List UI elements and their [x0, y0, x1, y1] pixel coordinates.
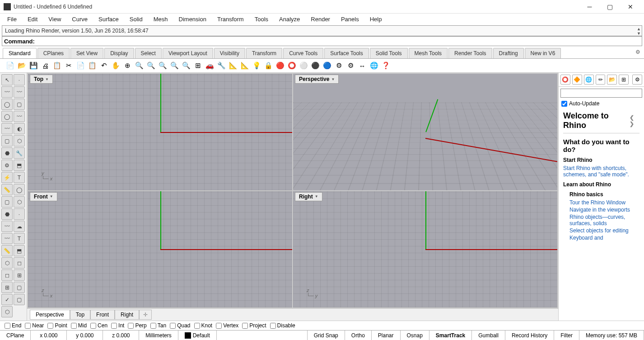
menu-analyze[interactable]: Analyze [275, 14, 304, 24]
toolbar-button-1[interactable]: 📂 [16, 60, 27, 71]
menu-panels[interactable]: Panels [336, 14, 364, 24]
osnap-cen[interactable]: Cen [90, 322, 107, 329]
toolbar-button-4[interactable]: 📋 [51, 60, 62, 71]
menu-transform[interactable]: Transform [213, 14, 248, 24]
tab-select[interactable]: Select [135, 48, 162, 58]
menu-render[interactable]: Render [306, 14, 335, 24]
tab-set-view[interactable]: Set View [70, 48, 103, 58]
left-tool-14[interactable]: ⚙ [1, 160, 13, 171]
left-tool-34[interactable]: ⊞ [1, 282, 13, 293]
auto-update-checkbox[interactable]: Auto-Update [559, 99, 644, 108]
toolbar-button-26[interactable]: ⚫ [310, 60, 321, 71]
left-tool-21[interactable]: ⬡ [14, 196, 25, 208]
left-tool-6[interactable]: ◯ [1, 111, 13, 122]
tab-curve-tools[interactable]: Curve Tools [283, 48, 323, 58]
toolbar-button-28[interactable]: ⚙ [333, 60, 344, 71]
status-grid-snap[interactable]: Grid Snap [308, 331, 345, 340]
viewport-tab-perspective[interactable]: Perspective [30, 310, 70, 320]
viewport-label[interactable]: Front▼ [30, 192, 57, 201]
viewport-top[interactable]: y└─ x Top▼ [28, 74, 292, 190]
left-tool-16[interactable]: ⚡ [1, 172, 13, 183]
left-tool-35[interactable]: ▢ [14, 282, 25, 293]
toolbar-button-13[interactable]: 🔍 [157, 60, 168, 71]
menu-surface[interactable]: Surface [94, 14, 123, 24]
menu-dimension[interactable]: Dimension [174, 14, 211, 24]
chevron-down-icon[interactable]: ▼ [331, 77, 335, 81]
help-link[interactable]: Navigate in the viewports [569, 207, 639, 213]
toolbar-button-18[interactable]: 🔧 [216, 60, 227, 71]
toolbar-button-16[interactable]: ⊞ [192, 60, 203, 71]
osnap-knot[interactable]: Knot [194, 322, 213, 329]
toolbar-button-19[interactable]: 📐 [228, 60, 238, 71]
toolbar-button-30[interactable]: ↔ [357, 60, 368, 71]
status-gumball[interactable]: Gumball [472, 331, 505, 340]
left-tool-23[interactable]: · [14, 208, 25, 220]
left-tool-8[interactable]: 〰 [1, 123, 13, 134]
cplane-cell[interactable]: CPlane [0, 331, 31, 340]
chevron-icon[interactable]: ❮ ❯ [630, 114, 639, 127]
tab-new-in-v6[interactable]: New in V6 [525, 48, 561, 58]
toolbar-button-31[interactable]: 🌐 [369, 60, 379, 71]
tab-transform[interactable]: Transform [246, 48, 282, 58]
left-tool-7[interactable]: 〰 [14, 111, 25, 122]
panel-icon-5[interactable]: ⭕ [560, 75, 570, 85]
viewport-label[interactable]: Top▼ [30, 75, 53, 84]
left-tool-2[interactable]: 〰 [1, 86, 13, 98]
tab-surface-tools[interactable]: Surface Tools [324, 48, 369, 58]
left-tool-13[interactable]: 🔧 [14, 147, 25, 159]
status-planar[interactable]: Planar [372, 331, 401, 340]
chevron-down-icon[interactable]: ▼ [50, 194, 53, 198]
toolbar-button-5[interactable]: ✂ [63, 60, 74, 71]
osnap-tan[interactable]: Tan [150, 322, 166, 329]
toolbar-button-32[interactable]: ❓ [380, 60, 391, 71]
left-tool-1[interactable]: · [14, 74, 25, 85]
left-tool-18[interactable]: 📏 [1, 184, 13, 195]
menu-view[interactable]: View [44, 14, 65, 24]
left-tool-25[interactable]: ☁ [14, 221, 25, 232]
toolbar-button-3[interactable]: 🖨 [40, 60, 51, 71]
chevron-down-icon[interactable]: ▼ [315, 194, 318, 198]
left-tool-19[interactable]: ◯ [14, 184, 25, 195]
left-tool-29[interactable]: ⬒ [14, 245, 25, 256]
osnap-int[interactable]: Int [111, 322, 124, 329]
left-tool-28[interactable]: 📏 [1, 245, 13, 256]
status-filter[interactable]: Filter [554, 331, 579, 340]
toolbar-button-17[interactable]: 🚗 [204, 60, 215, 71]
toolbar-button-7[interactable]: 📋 [87, 60, 98, 71]
left-tool-0[interactable]: ↖ [1, 74, 13, 85]
tab-display[interactable]: Display [104, 48, 134, 58]
units-cell[interactable]: Millimeters [139, 331, 178, 340]
toolbar-button-8[interactable]: ↶ [98, 60, 109, 71]
osnap-near[interactable]: Near [25, 322, 44, 329]
close-button[interactable]: ✕ [620, 0, 640, 14]
minimize-button[interactable]: ─ [579, 0, 600, 14]
panel-icon-4[interactable]: 🔶 [572, 75, 582, 85]
viewport-label[interactable]: Perspective▼ [295, 75, 339, 84]
left-tool-5[interactable]: ▢ [14, 99, 25, 110]
toolbar-button-23[interactable]: 🔴 [275, 60, 285, 71]
toolbar-button-20[interactable]: 📐 [239, 60, 250, 71]
left-tool-17[interactable]: T [14, 172, 25, 183]
help-link[interactable]: Start Rhino with shortcuts, schemes, and… [563, 165, 639, 178]
viewport-perspective[interactable]: Perspective▼ [293, 74, 557, 190]
toolbar-button-22[interactable]: 🔒 [263, 60, 274, 71]
left-tool-15[interactable]: ⬒ [14, 160, 25, 171]
left-tool-32[interactable]: ◻ [1, 269, 13, 281]
search-input[interactable] [560, 89, 642, 98]
command-input[interactable] [37, 38, 640, 44]
toolbar-button-6[interactable]: 📄 [75, 60, 86, 71]
left-tool-26[interactable]: 〰 [1, 233, 13, 244]
tab-mesh-tools[interactable]: Mesh Tools [409, 48, 448, 58]
toolbar-button-15[interactable]: 🔍 [181, 60, 191, 71]
viewport-tab-right[interactable]: Right [115, 310, 139, 320]
status-smarttrack[interactable]: SmartTrack [429, 331, 472, 340]
menu-solid[interactable]: Solid [125, 14, 147, 24]
menu-help[interactable]: Help [365, 14, 387, 24]
chevron-down-icon[interactable]: ▼ [45, 77, 49, 81]
tab-render-tools[interactable]: Render Tools [448, 48, 492, 58]
left-tool-24[interactable]: 〰 [1, 221, 13, 232]
tab-solid-tools[interactable]: Solid Tools [370, 48, 408, 58]
left-tool-30[interactable]: ⬡ [1, 257, 13, 269]
toolbar-button-9[interactable]: ✋ [110, 60, 121, 71]
toolbar-button-10[interactable]: ⊕ [122, 60, 133, 71]
